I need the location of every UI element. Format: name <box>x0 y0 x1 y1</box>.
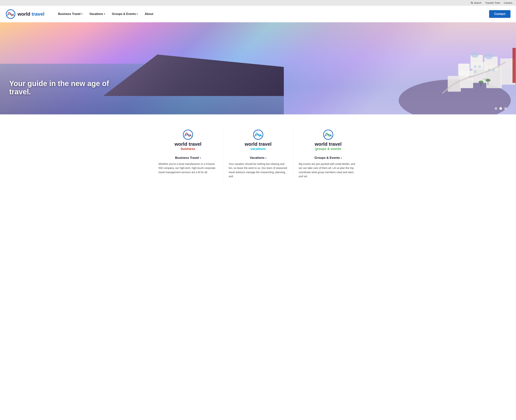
slide-dots <box>495 107 507 110</box>
chevron-down-icon: ▾ <box>81 13 82 15</box>
svg-point-23 <box>478 81 484 83</box>
groups-events-link[interactable]: Groups & Events › <box>314 156 342 160</box>
utility-bar: Search Traveler Tools Careers <box>0 0 516 6</box>
logo-travel: travel <box>32 11 45 17</box>
hero-buildings <box>181 27 516 114</box>
logo[interactable]: world travel <box>6 9 45 19</box>
slide-dot-2[interactable] <box>499 107 502 110</box>
hero-section: Your guide in the new age of travel. <box>0 22 516 114</box>
main-nav: Business Travel ▾ Vacations ▾ Groups & E… <box>55 11 489 17</box>
svg-rect-10 <box>458 64 470 76</box>
logo-world: world <box>17 11 32 17</box>
hero-background <box>0 22 516 114</box>
vacations-link[interactable]: Vacations › <box>250 156 266 160</box>
card-groups-subtitle: groups & events <box>315 147 342 151</box>
svg-line-1 <box>472 3 473 4</box>
nav-groups-events[interactable]: Groups & Events ▾ <box>109 11 140 17</box>
svg-rect-13 <box>478 65 481 68</box>
logo-icon <box>6 9 16 19</box>
svg-point-18 <box>485 53 493 59</box>
nav-vacations[interactable]: Vacations ▾ <box>87 11 108 17</box>
slide-dot-3[interactable] <box>504 107 507 110</box>
search-icon <box>471 2 473 4</box>
card-vacations-subtitle: vacations <box>245 147 272 151</box>
business-travel-desc: Whether you're a local manufacturer or a… <box>159 162 217 174</box>
card-vacations-title: world travel <box>245 141 272 147</box>
svg-point-25 <box>486 79 491 82</box>
vacations-card: world travel vacations Vacations › Your … <box>223 126 293 182</box>
svg-rect-14 <box>474 71 476 73</box>
groups-events-card: world travel groups & events Groups & Ev… <box>293 126 363 182</box>
business-travel-link[interactable]: Business Travel › <box>175 156 201 160</box>
cards-section: world travel business Business Travel › … <box>0 114 516 193</box>
hero-text-container: Your guide in the new age of travel. <box>9 79 120 96</box>
svg-point-17 <box>471 52 479 58</box>
business-travel-logo-icon <box>182 129 194 140</box>
traveler-tools-link[interactable]: Traveler Tools <box>485 1 500 4</box>
business-travel-logo: world travel business <box>175 129 201 151</box>
svg-rect-19 <box>513 48 516 83</box>
careers-link[interactable]: Careers <box>504 1 512 4</box>
business-travel-card: world travel business Business Travel › … <box>153 126 223 182</box>
search-link[interactable]: Search <box>471 1 482 4</box>
card-business-subtitle: business <box>175 147 201 151</box>
vacations-logo: world travel vacations <box>245 129 272 151</box>
chevron-down-icon: ▾ <box>137 13 138 15</box>
svg-rect-12 <box>474 65 476 68</box>
hero-headline: Your guide in the new age of travel. <box>9 79 120 96</box>
card-business-title: world travel <box>175 141 201 147</box>
contact-button[interactable]: Contact <box>489 10 510 18</box>
vacations-desc: Your vacation should be nothing but rela… <box>229 162 288 179</box>
nav-about[interactable]: About <box>142 11 156 17</box>
logo-text: world travel <box>17 11 45 17</box>
search-label: Search <box>474 1 482 4</box>
groups-events-logo: world travel groups & events <box>315 129 342 151</box>
slide-dot-1[interactable] <box>495 107 497 110</box>
groups-events-desc: Big events are jam packed with small det… <box>299 162 357 179</box>
groups-events-logo-icon <box>323 129 334 140</box>
card-groups-title: world travel <box>315 141 342 147</box>
chevron-down-icon: ▾ <box>104 13 105 15</box>
nav-business-travel[interactable]: Business Travel ▾ <box>55 11 85 17</box>
vacations-logo-icon <box>253 129 264 140</box>
svg-point-0 <box>471 2 472 3</box>
site-header: world travel Business Travel ▾ Vacations… <box>0 6 516 22</box>
